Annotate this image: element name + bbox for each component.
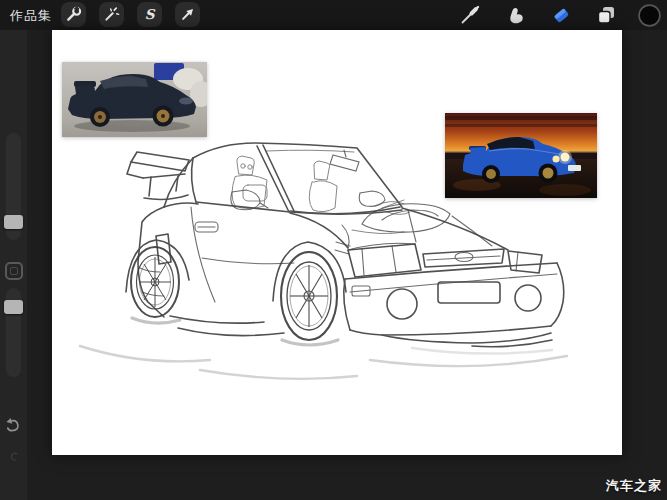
selection-button[interactable]: S [137, 2, 162, 27]
smudge-finger-icon [504, 3, 528, 27]
transform-button[interactable] [175, 2, 200, 27]
adjustments-button[interactable] [99, 2, 124, 27]
erase-tool-button[interactable] [548, 2, 574, 28]
redo-button[interactable] [8, 448, 21, 467]
reference-photo-sunset-car[interactable] [445, 113, 597, 198]
transform-arrow-icon [178, 5, 197, 24]
selection-s-icon: S [140, 5, 159, 24]
layers-button[interactable] [593, 2, 619, 28]
color-swatch-circle [637, 3, 662, 28]
autohome-watermark: 汽车之家 [606, 477, 662, 495]
brush-size-slider-handle[interactable] [4, 215, 23, 229]
undo-button[interactable] [4, 416, 23, 439]
color-swatch-button[interactable] [636, 2, 662, 28]
paint-tool-button[interactable] [457, 2, 483, 28]
actions-button[interactable] [61, 2, 86, 27]
modify-button[interactable] [5, 262, 23, 280]
undo-icon [4, 416, 23, 435]
smudge-tool-button[interactable] [503, 2, 529, 28]
reference-photo-model-car[interactable] [62, 62, 207, 137]
wrench-icon [64, 5, 83, 24]
svg-text:S: S [145, 6, 156, 22]
redo-icon [8, 450, 21, 463]
drawing-canvas[interactable] [52, 30, 622, 455]
procreate-app-window: 作品集 S [0, 0, 667, 500]
gallery-button[interactable]: 作品集 [10, 7, 52, 25]
magic-wand-icon [102, 5, 121, 24]
paintbrush-icon [458, 3, 482, 27]
opacity-slider-handle[interactable] [4, 300, 23, 314]
top-toolbar: 作品集 S [0, 0, 667, 30]
layers-icon [594, 3, 618, 27]
eraser-icon [549, 3, 573, 27]
